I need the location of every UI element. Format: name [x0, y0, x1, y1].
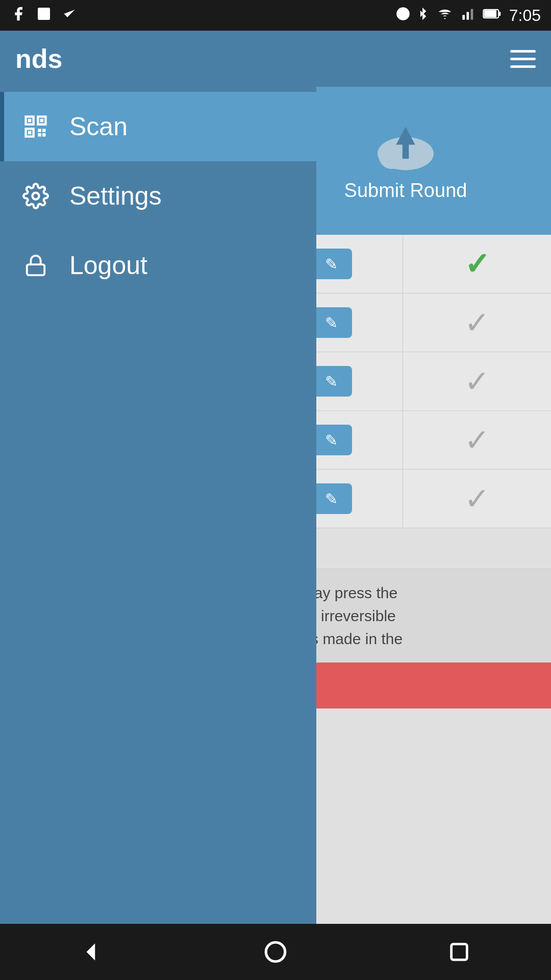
svg-point-5: [444, 18, 445, 19]
cloud-upload-icon: [372, 120, 439, 172]
svg-point-13: [379, 143, 405, 169]
sidebar-item-settings[interactable]: Settings: [0, 161, 316, 231]
svg-point-30: [266, 942, 285, 962]
status-bar-right: 7:05: [396, 6, 541, 26]
gear-icon: [20, 181, 51, 211]
pencil-icon: ✎: [325, 314, 338, 332]
svg-rect-6: [462, 15, 465, 19]
home-button[interactable]: [255, 932, 296, 972]
edit-button[interactable]: ✎: [311, 249, 352, 279]
check-cell: ✓: [403, 352, 551, 410]
side-drawer: Menu Scan: [0, 0, 316, 980]
svg-rect-24: [42, 129, 46, 132]
svg-rect-17: [28, 119, 32, 122]
check-icon: [61, 6, 78, 26]
check-cell: ✓: [403, 235, 551, 293]
status-bar-left: [10, 6, 78, 26]
submit-round-label: Submit Round: [344, 180, 467, 202]
check-cell: ✓: [403, 470, 551, 528]
svg-rect-28: [27, 264, 45, 275]
app-header: nds: [0, 31, 551, 87]
image-icon: [36, 6, 52, 26]
sidebar-item-logout[interactable]: Logout: [0, 231, 316, 300]
battery-icon: [483, 7, 502, 23]
nav-bar: [0, 924, 551, 980]
app-title: nds: [15, 43, 62, 74]
svg-point-14: [410, 146, 430, 166]
svg-rect-21: [28, 131, 32, 135]
recent-button[interactable]: [439, 932, 480, 972]
svg-rect-19: [40, 119, 44, 122]
time-display: 7:05: [509, 6, 541, 25]
svg-rect-10: [498, 12, 500, 16]
hamburger-line: [510, 50, 536, 53]
check-cell: ✓: [403, 293, 551, 352]
edit-button[interactable]: ✎: [311, 425, 352, 455]
pencil-icon: ✎: [325, 431, 338, 449]
wifi-icon: [436, 7, 454, 24]
pencil-icon: ✎: [325, 255, 338, 273]
svg-rect-11: [484, 10, 496, 17]
bluetooth-icon: [417, 6, 429, 26]
edit-button[interactable]: ✎: [311, 366, 352, 397]
signal-icon: [461, 7, 475, 24]
svg-point-1: [40, 10, 42, 12]
facebook-icon: [10, 6, 27, 26]
settings-label: Settings: [69, 181, 162, 211]
menu-button[interactable]: [510, 50, 536, 68]
home-icon: [263, 939, 288, 965]
logout-label: Logout: [69, 251, 147, 280]
hamburger-line: [510, 65, 536, 68]
svg-rect-25: [38, 133, 41, 137]
back-icon: [79, 939, 105, 965]
check-gray-icon: ✓: [464, 305, 490, 340]
pencil-icon: ✎: [325, 373, 338, 390]
check-cell: ✓: [403, 411, 551, 469]
edit-button[interactable]: ✎: [311, 307, 352, 338]
back-button[interactable]: [71, 932, 112, 972]
svg-rect-7: [466, 12, 469, 19]
hamburger-line: [510, 58, 536, 60]
svg-rect-26: [42, 133, 46, 137]
sidebar-item-scan[interactable]: Scan: [0, 92, 316, 161]
edit-button[interactable]: ✎: [311, 483, 352, 514]
lock-icon: [20, 250, 51, 281]
check-gray-icon: ✓: [464, 422, 490, 458]
check-gray-icon: ✓: [464, 363, 490, 399]
pencil-icon: ✎: [325, 490, 338, 508]
circle-plus-icon: [396, 7, 410, 24]
recent-icon: [447, 940, 471, 964]
svg-rect-31: [452, 944, 467, 960]
drawer-menu-items: Scan Settings Logout: [0, 87, 316, 300]
check-green-icon: ✓: [464, 246, 490, 282]
status-bar: 7:05: [0, 0, 551, 31]
scan-label: Scan: [69, 112, 128, 141]
qr-code-icon: [20, 111, 51, 142]
svg-rect-23: [38, 129, 41, 132]
svg-rect-8: [470, 9, 473, 19]
check-gray-icon: ✓: [464, 481, 490, 517]
svg-marker-29: [87, 943, 95, 960]
